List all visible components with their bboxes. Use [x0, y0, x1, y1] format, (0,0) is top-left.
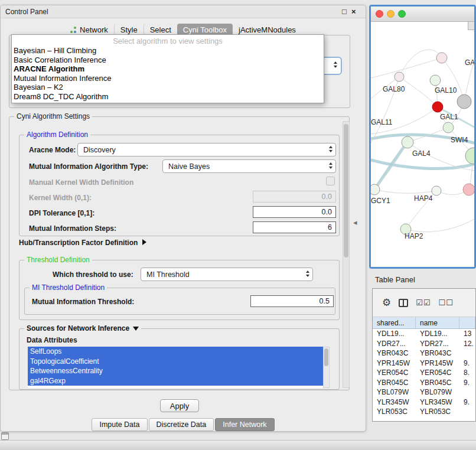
zoom-traffic-light-icon[interactable] [398, 10, 406, 18]
table-panel-window: ⚙ ☑☑ ☐☐ shared...name YDL19...YDL19...13… [372, 288, 476, 422]
aracne-mode-select[interactable]: Discovery [77, 143, 336, 156]
close-traffic-light-icon[interactable] [376, 10, 383, 18]
table-row[interactable]: YBR045CYBR045C9. [373, 378, 475, 388]
mi-steps-field[interactable]: 6 [253, 221, 336, 233]
network-node[interactable] [457, 94, 471, 109]
network-edge[interactable] [371, 58, 442, 78]
table-row[interactable]: YBR043CYBR043C [373, 348, 475, 358]
network-node[interactable] [463, 184, 475, 195]
settings-scrollbar[interactable] [343, 121, 350, 388]
network-node[interactable] [432, 186, 441, 195]
which-threshold-label: Which threshold to use: [53, 270, 133, 279]
network-tab-icon [70, 27, 77, 33]
table-cell: 9. [459, 358, 475, 369]
network-node[interactable] [430, 75, 441, 86]
combo-arrows-icon [329, 162, 332, 169]
data-attribute-item[interactable]: SelfLoops [28, 347, 323, 357]
float-window-icon[interactable]: □ [342, 7, 347, 16]
column-header[interactable]: name [416, 317, 459, 328]
network-node[interactable] [465, 148, 476, 164]
network-node[interactable] [443, 122, 454, 133]
table-cell: YBL079W [373, 387, 416, 397]
mi-threshold-field[interactable]: 0.5 [250, 295, 334, 307]
minimize-traffic-light-icon[interactable] [387, 10, 395, 18]
algorithm-option[interactable]: Mutual Information Inference [12, 74, 324, 83]
mi-type-select[interactable]: Naive Bayes [162, 159, 336, 173]
table-cell: YLR345W [416, 397, 459, 407]
table-cell: YBR043C [373, 348, 416, 358]
column-header[interactable]: shared... [373, 317, 416, 328]
data-attribute-item[interactable]: gal4RGexp [28, 376, 323, 386]
node-label: GCY1 [371, 197, 390, 205]
table-row[interactable]: YDL19...YDL19...13 [373, 329, 475, 339]
data-attributes-list[interactable]: SelfLoopsTopologicalCoefficientBetweenne… [28, 347, 323, 388]
network-canvas[interactable]: GALGAL80GAL10GAL1GAL11SWI4GAL4GCY1HAP4HA… [371, 22, 474, 267]
table-row[interactable]: YPR145WYPR145W9. [373, 358, 475, 369]
column-header[interactable] [459, 317, 475, 328]
attributes-list-scrollbar[interactable] [323, 347, 330, 388]
table-cell [459, 348, 475, 358]
threshold-definition-group: Threshold Definition Which threshold to … [19, 260, 340, 320]
network-node[interactable] [402, 136, 413, 148]
cyni-settings-title: Cyni Algorithm Settings [14, 112, 92, 120]
control-panel-window: Control Panel □ × NetworkStyleSelectCyni… [0, 5, 366, 432]
table-cell: YBR045C [373, 378, 416, 388]
table-cell: 12. [459, 339, 475, 349]
table-panel-title: Table Panel [375, 275, 415, 284]
table-row[interactable]: YDR27...YDR27...12. [373, 339, 475, 349]
panel-collapse-arrow[interactable]: ◂ [353, 218, 357, 227]
apply-button[interactable]: Apply [160, 399, 199, 412]
algorithm-definition-title: Algorithm Definition [24, 131, 90, 139]
select-all-columns-icon[interactable]: ☑☑ [416, 299, 431, 306]
table-cell: YBR045C [416, 378, 459, 388]
unselect-all-columns-icon[interactable]: ☐☐ [439, 299, 454, 306]
dropdown-placeholder: Select algorithm to view settings [12, 36, 324, 46]
network-edge[interactable] [399, 50, 442, 77]
data-attribute-item[interactable]: TopologicalCoefficient [28, 357, 323, 367]
node-label: GAL11 [371, 118, 392, 126]
algorithm-option[interactable]: ARACNE Algorithm [12, 64, 324, 74]
table-row[interactable]: YER054CYER054C8. [373, 368, 475, 378]
dpi-tolerance-field[interactable]: 0.0 [253, 206, 336, 218]
network-node[interactable] [432, 102, 443, 112]
hub-definition-toggle[interactable]: Hub/Transcription Factor Definition [19, 239, 146, 247]
table-cell: YDR27... [416, 339, 459, 349]
bottom-tab-impute-data[interactable]: Impute Data [92, 418, 147, 431]
network-node[interactable] [436, 53, 447, 63]
scrollbar-thumb[interactable] [344, 124, 348, 257]
collapse-down-icon [133, 327, 139, 331]
network-window-titlebar[interactable] [371, 6, 474, 22]
algorithm-option[interactable]: Bayesian – Hill Climbing [12, 46, 324, 56]
table-panel-header: Table Panel [369, 273, 476, 287]
tab-label: Select [150, 25, 171, 34]
sources-toggle[interactable]: Sources for Network Inference [24, 324, 141, 332]
network-node[interactable] [371, 184, 380, 195]
kernel-width-field[interactable]: 0.0 [253, 191, 336, 203]
gear-icon[interactable]: ⚙ [382, 298, 391, 308]
table-row[interactable]: YLR345WYLR345W9. [373, 397, 475, 407]
table-row[interactable]: YLR053CYLR053C [373, 407, 475, 417]
control-panel-titlebar[interactable]: Control Panel □ × [1, 5, 366, 18]
node-label: GAL [465, 58, 476, 67]
network-edge[interactable] [371, 160, 476, 169]
which-threshold-select[interactable]: MI Threshold [141, 268, 313, 281]
algorithm-option[interactable]: Bayesian – K2 [12, 83, 324, 92]
network-edge[interactable] [406, 218, 476, 232]
network-scrollbar-fragment[interactable] [468, 22, 474, 30]
dpi-tolerance-label: DPI Tolerance [0,1]: [29, 209, 94, 217]
data-attribute-item[interactable]: BetweennessCentrality [28, 366, 323, 376]
close-window-icon[interactable]: × [351, 7, 356, 16]
manual-kernel-checkbox[interactable] [326, 177, 335, 185]
node-label: HAP4 [414, 194, 432, 203]
algorithm-option[interactable]: Basic Correlation Inference [12, 56, 324, 65]
show-columns-icon[interactable] [399, 299, 408, 307]
algorithm-option[interactable]: Dream8 DC_TDC Algorithm [12, 92, 324, 102]
network-node[interactable] [395, 72, 404, 81]
table-cell: YDL19... [373, 329, 416, 339]
scrollbar-thumb[interactable] [324, 348, 328, 366]
minimized-panel-icon[interactable] [1, 432, 9, 440]
bottom-tab-discretize-data[interactable]: Discretize Data [149, 418, 214, 431]
table-row[interactable]: YBL079WYBL079W [373, 387, 475, 397]
network-edge[interactable] [374, 190, 436, 193]
bottom-tab-infer-network[interactable]: Infer Network [215, 418, 274, 431]
